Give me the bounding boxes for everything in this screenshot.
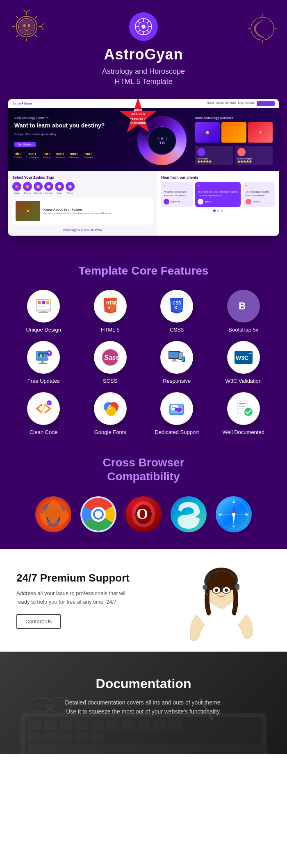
svg-point-124 (233, 526, 235, 527)
svg-text:✓: ✓ (48, 401, 51, 405)
zodiac-leo: ♌ Leo (55, 182, 64, 194)
testimonial-dots (161, 209, 275, 212)
preview-hero-btn: Get Started (14, 142, 36, 147)
testimonial-card-1: " Amazing service and accurate predictio… (161, 182, 193, 207)
support-section: 24/7 Premium Support Address all your is… (0, 549, 287, 652)
svg-rect-156 (29, 744, 266, 752)
svg-rect-150 (169, 721, 181, 729)
svg-rect-39 (38, 301, 41, 304)
css3-label: CSS3 (170, 327, 184, 333)
svg-rect-45 (39, 312, 48, 313)
svg-text:3: 3 (174, 305, 177, 311)
svg-text:W3C: W3C (236, 354, 248, 361)
preview-bottom-right: Hear from our clients " Amazing service … (157, 171, 279, 236)
feature-google-fonts: G Google Fonts (79, 392, 142, 435)
html5-icon: HTML 5 (94, 290, 127, 323)
zodiac-cancer: ♋ Cancer (44, 182, 53, 194)
svg-point-123 (245, 514, 247, 515)
svg-rect-42 (38, 304, 49, 305)
preview-stats: 3k+ Clients 120+ Consultants 70+ Awards … (14, 152, 133, 159)
astro-away-label: Astrology is one click away (12, 228, 153, 232)
svg-text:O: O (137, 506, 148, 522)
svg-line-11 (35, 16, 37, 18)
svg-rect-143 (60, 721, 72, 729)
feature-support: Dedicated Support (146, 392, 208, 435)
bootstrap-icon: B (227, 290, 260, 323)
zodiac-wheel-inner: ☆★☽✦⊕ (148, 126, 176, 155)
preview-nav-btn: Book Now (257, 101, 275, 106)
feature-unique-design: Unique Design (12, 290, 75, 333)
svg-point-122 (233, 501, 235, 503)
svg-text:G: G (108, 405, 112, 409)
svg-text:✦: ✦ (269, 20, 271, 23)
consultant-2: Numerologist ⭐⭐⭐⭐⭐ (235, 146, 273, 165)
brand-name: AstroGyan (8, 46, 279, 63)
svg-rect-153 (60, 733, 72, 741)
feature-html5: HTML 5 HTML 5 (79, 290, 142, 333)
svg-rect-142 (44, 721, 57, 729)
service-card-1: 🌟 (195, 122, 220, 143)
svg-line-12 (16, 35, 18, 37)
browser-title: Cross Browser Compatibility (12, 456, 275, 483)
service-card-3: ♈ (248, 122, 273, 143)
header-section: ✦ ✦ ✦ ✦ AstroGyan Astrology and Horoscop… (0, 0, 287, 95)
edge-icon (170, 496, 207, 533)
svg-line-36 (138, 30, 140, 32)
consultant-cards: Astrologer ⭐⭐⭐⭐⭐ Numerologist ⭐⭐⭐⭐⭐ (195, 146, 273, 165)
know-future-desc: Get personalized astrology readings base… (43, 211, 150, 215)
svg-rect-147 (122, 721, 134, 729)
bootstrap-label: Bootstrap 5x (228, 327, 258, 333)
svg-rect-61 (39, 363, 47, 364)
features-grid: Unique Design HTML 5 HTML 5 CSS 3 (12, 290, 275, 435)
svg-point-90 (174, 407, 175, 408)
svg-rect-87 (175, 408, 182, 411)
moon-right-icon: ✦ ✦ ✦ ✦ (246, 12, 279, 45)
testimonial-title: Hear from our clients (161, 175, 275, 180)
contact-button[interactable]: Contact Us (16, 614, 61, 629)
svg-rect-145 (91, 721, 103, 729)
zodiac-title: Select Your Zodiac Sign (12, 175, 153, 180)
svg-rect-41 (46, 301, 49, 304)
docs-content: Documentation Detailed documentation cov… (16, 676, 271, 716)
tagline-line1: Astrology and Horoscope (8, 66, 279, 77)
stat-980: 980+ Sessions (55, 152, 65, 159)
unique-design-icon (27, 290, 60, 323)
feature-documented: Well Documented (212, 392, 275, 435)
preview-hero-eyebrow: Best Astrology Platform (14, 116, 133, 120)
svg-line-15 (41, 23, 43, 27)
browser-section: Cross Browser Compatibility (0, 452, 287, 549)
svg-text:5: 5 (107, 305, 110, 311)
svg-rect-95 (239, 404, 244, 405)
svg-point-91 (175, 407, 177, 408)
unique-design-label: Unique Design (26, 327, 61, 333)
svg-line-34 (147, 30, 149, 32)
svg-text:Sass: Sass (104, 354, 119, 361)
stat-120: 120+ Consultants (26, 152, 39, 159)
badge-line2: with new (128, 112, 149, 116)
svg-rect-67 (173, 359, 176, 361)
chrome-icon (80, 496, 117, 533)
svg-line-33 (138, 21, 140, 23)
preview-right-panel: More Astrology Services 🌟 ☽ ♈ Astrologer… (191, 116, 273, 165)
feature-scss: Sass SCSS (79, 341, 142, 384)
brand-tagline: Astrology and Horoscope HTML 5 Template (8, 66, 279, 87)
know-future-img: ☀ (16, 201, 40, 221)
svg-point-125 (221, 514, 222, 515)
svg-rect-148 (138, 721, 150, 729)
svg-rect-141 (29, 721, 41, 729)
svg-line-16 (41, 27, 43, 30)
svg-rect-97 (239, 408, 244, 409)
preview-bottom: Select Your Zodiac Sign ♈ Aries ♉ Taurus… (8, 171, 279, 236)
svg-text:™: ™ (248, 352, 253, 357)
zodiac-virgo: ♍ Virgo (66, 182, 75, 194)
svg-rect-149 (153, 721, 166, 729)
svg-point-28 (141, 25, 146, 29)
responsive-icon (160, 341, 193, 374)
svg-rect-68 (171, 361, 178, 361)
preview-section: Updated with new Features & Enhancement … (0, 95, 287, 248)
know-future-title: Know About Your Future (43, 208, 150, 211)
zodiac-signs-row: ♈ Aries ♉ Taurus ♊ Gemini ♋ Cancer (12, 182, 153, 194)
svg-line-10 (35, 35, 37, 37)
svg-text:✦: ✦ (251, 24, 253, 26)
svg-point-2 (19, 19, 34, 34)
